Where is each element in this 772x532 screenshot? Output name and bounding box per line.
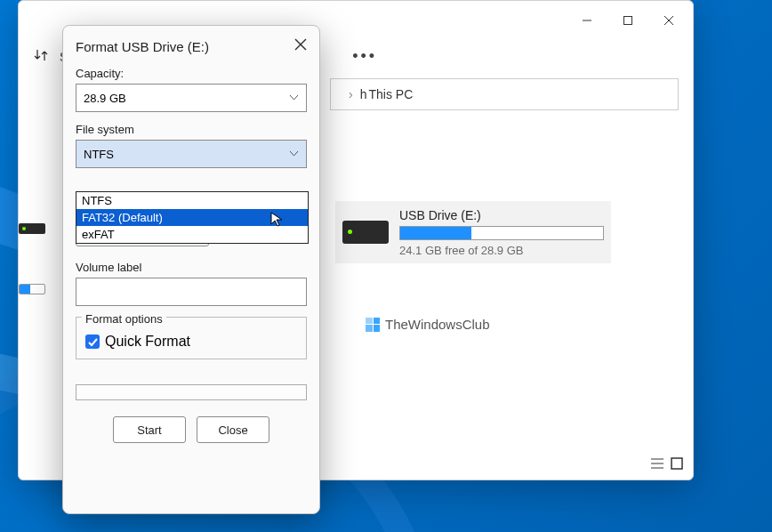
filesystem-option-ntfs[interactable]: NTFS bbox=[76, 192, 308, 209]
format-options-label: Format options bbox=[82, 312, 166, 326]
volume-label-input[interactable] bbox=[76, 278, 307, 306]
watermark-text: TheWindowsClub bbox=[385, 317, 490, 332]
sidebar-drive-icon[interactable] bbox=[19, 223, 45, 234]
usb-drive-tile[interactable]: USB Drive (E:) 24.1 GB free of 28.9 GB bbox=[335, 201, 611, 263]
view-mode-toolbar bbox=[650, 456, 684, 474]
minimize-button[interactable] bbox=[567, 6, 607, 35]
chevron-down-icon bbox=[289, 148, 299, 161]
chevron-down-icon bbox=[289, 92, 299, 105]
dialog-title: Format USB Drive (E:) bbox=[76, 39, 209, 54]
start-button[interactable]: Start bbox=[113, 416, 186, 443]
sort-icon[interactable] bbox=[33, 47, 49, 66]
dialog-close-button[interactable] bbox=[294, 38, 307, 54]
filesystem-select[interactable]: NTFS bbox=[76, 140, 307, 168]
watermark: TheWindowsClub bbox=[366, 317, 490, 332]
mouse-cursor-icon bbox=[269, 211, 285, 227]
drive-free-text: 24.1 GB free of 28.9 GB bbox=[399, 244, 604, 257]
maximize-button[interactable] bbox=[607, 6, 648, 35]
svg-rect-1 bbox=[624, 17, 632, 25]
drive-capacity-fill bbox=[400, 227, 471, 239]
svg-rect-7 bbox=[671, 458, 682, 469]
close-button[interactable] bbox=[648, 6, 689, 35]
tiles-view-icon[interactable] bbox=[670, 456, 684, 474]
volume-label-label: Volume label bbox=[76, 261, 307, 274]
address-bar[interactable]: › h This PC bbox=[330, 78, 679, 110]
close-button[interactable]: Close bbox=[197, 416, 269, 443]
usb-drive-icon bbox=[342, 221, 389, 244]
capacity-select[interactable]: 28.9 GB bbox=[76, 84, 307, 112]
filesystem-value: NTFS bbox=[84, 148, 114, 161]
overflow-menu-icon[interactable]: ••• bbox=[352, 47, 377, 66]
address-bar-prefix: h bbox=[360, 87, 367, 101]
quick-format-checkbox[interactable] bbox=[85, 335, 100, 349]
windows-club-logo-icon bbox=[366, 318, 380, 332]
filesystem-option-exfat[interactable]: exFAT bbox=[76, 226, 308, 243]
quick-format-row[interactable]: Quick Format bbox=[85, 334, 297, 350]
drive-capacity-bar bbox=[399, 226, 604, 240]
sidebar-drive-icon[interactable] bbox=[19, 284, 45, 294]
format-progress-bar bbox=[76, 384, 307, 400]
format-dialog: Format USB Drive (E:) Capacity: 28.9 GB … bbox=[62, 25, 320, 514]
capacity-label: Capacity: bbox=[76, 67, 307, 80]
drive-title: USB Drive (E:) bbox=[399, 208, 604, 222]
format-options-group: Format options Quick Format bbox=[76, 317, 307, 359]
drive-info: USB Drive (E:) 24.1 GB free of 28.9 GB bbox=[399, 208, 604, 257]
capacity-value: 28.9 GB bbox=[84, 92, 126, 105]
chevron-right-icon: › bbox=[349, 87, 353, 101]
address-bar-text: This PC bbox=[368, 87, 413, 101]
filesystem-label: File system bbox=[76, 123, 307, 136]
details-view-icon[interactable] bbox=[650, 456, 664, 474]
quick-format-label: Quick Format bbox=[105, 334, 190, 350]
